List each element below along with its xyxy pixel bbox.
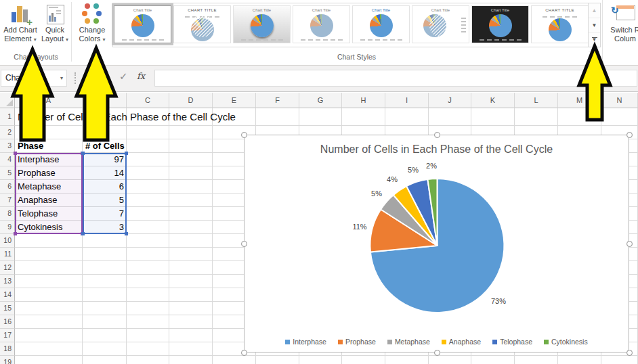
thumbnail-pie [370,14,393,37]
chart-selection-handle[interactable] [241,132,247,138]
legend-label: Telophase [500,338,532,346]
row-header-17[interactable]: 17 [0,329,15,342]
chart-selection-handle[interactable] [241,241,247,247]
thumbnail-title: Chart Title [234,7,290,13]
row-header-13[interactable]: 13 [0,275,15,288]
row-header-1[interactable]: 1 [0,108,15,126]
thumbnail-legend [353,36,409,41]
cell-B3: # of Cells [85,139,124,153]
column-header-N[interactable]: N [601,93,638,108]
select-all-corner[interactable] [0,93,15,108]
pie-chart-object[interactable]: Number of Cells in Each Phase of the Cel… [244,135,629,352]
insert-function-fx-icon[interactable]: fx [137,71,145,81]
row-header-14[interactable]: 14 [0,288,15,302]
chart-selection-handle[interactable] [434,350,440,356]
row-header-9[interactable]: 9 [0,221,15,234]
chart-selection-handle[interactable] [434,132,440,138]
column-header-E[interactable]: E [213,93,256,108]
switch-row-column-icon: ↻ [612,3,638,25]
legend-label: Interphase [293,338,326,346]
row-header-18[interactable]: 18 [0,342,15,356]
highlight-categories-range[interactable] [15,153,83,234]
add-chart-element-button[interactable]: + Add Chart Element ▾ [1,1,39,49]
chart-legend: InterphaseProphaseMetaphaseAnaphaseTelop… [244,338,629,346]
column-header-I[interactable]: I [385,93,429,108]
formula-input[interactable] [154,70,637,87]
range-fill-handle[interactable] [125,152,128,155]
thumbnail-legend [293,36,349,41]
chart-styles-more-button[interactable]: ▼ [589,37,600,52]
column-header-G[interactable]: G [299,93,342,108]
thumbnail-pie [489,14,512,37]
column-header-C[interactable]: C [127,93,169,108]
chart-style-thumbnail-8[interactable]: CHART TITLE [531,5,589,43]
change-colors-button[interactable]: Change Colors ▾ [73,1,111,49]
thumbnail-pie [310,14,333,37]
row-header-19[interactable]: 19 [0,356,15,364]
column-header-M[interactable]: M [558,93,601,108]
chart-selection-handle[interactable] [626,132,633,138]
column-header-L[interactable]: L [515,93,558,108]
row-header-2[interactable]: 2 [0,126,15,139]
chart-style-thumbnail-2[interactable]: CHART TITLE [173,5,231,43]
chart-style-thumbnail-6[interactable]: Chart Title [412,5,469,43]
name-box-dropdown-icon[interactable]: ▾ [60,70,63,86]
thumbnail-legend [114,36,171,41]
name-box[interactable]: Cha ▾ [1,70,67,87]
cell-A1: Number of Cells in Each Phase of the Cel… [18,108,236,126]
column-header-B[interactable]: B [83,93,127,108]
column-header-K[interactable]: K [471,93,515,108]
thumbnail-title: Chart Title [353,7,409,13]
legend-item-metaphase[interactable]: Metaphase [387,338,430,346]
data-label-metaphase: 5% [371,189,382,198]
thumbnail-title: Chart Title [114,7,171,13]
row-header-5[interactable]: 5 [0,166,15,180]
row-header-11[interactable]: 11 [0,248,15,261]
row-header-7[interactable]: 7 [0,194,15,207]
row-header-10[interactable]: 10 [0,234,15,248]
thumbnail-legend [472,36,528,41]
range-fill-handle[interactable] [14,232,17,235]
row-header-8[interactable]: 8 [0,207,15,221]
switch-row-column-label: Switch R [610,26,638,34]
gallery-scroll-down-button[interactable]: ▼ [589,18,600,33]
chart-style-thumbnail-5[interactable]: Chart Title [352,5,410,43]
row-header-3[interactable]: 3 [0,139,15,153]
chart-style-thumbnail-1[interactable]: Chart Title [114,5,171,43]
legend-item-anaphase[interactable]: Anaphase [442,338,481,346]
quick-layout-icon [45,3,65,25]
legend-swatch [387,340,392,344]
thumbnail-legend [532,13,588,18]
row-header-6[interactable]: 6 [0,180,15,194]
row-header-12[interactable]: 12 [0,261,15,275]
legend-item-interphase[interactable]: Interphase [285,338,326,346]
legend-item-cytokinesis[interactable]: Cytokinesis [544,338,588,346]
range-fill-handle[interactable] [125,232,128,235]
column-header-A[interactable]: A [15,93,83,108]
column-header-F[interactable]: F [256,93,299,108]
legend-label: Metaphase [395,338,430,346]
chart-style-thumbnail-7[interactable]: Chart Title [471,5,529,43]
chart-style-thumbnail-3[interactable]: Chart Title [233,5,291,43]
range-fill-handle[interactable] [81,232,85,235]
row-header-16[interactable]: 16 [0,315,15,329]
enter-check-icon[interactable]: ✓ [119,70,128,83]
gallery-scroll-up-button[interactable]: ▲ [589,3,600,18]
row-header-15[interactable]: 15 [0,302,15,315]
quick-layout-button[interactable]: Quick Layout ▾ [39,1,70,49]
legend-item-telophase[interactable]: Telophase [492,338,532,346]
chart-selection-handle[interactable] [241,350,247,356]
chart-style-thumbnail-4[interactable]: Chart Title [293,5,350,43]
row-header-4[interactable]: 4 [0,153,15,166]
highlight-values-range[interactable] [83,153,127,234]
range-fill-handle[interactable] [14,152,17,155]
chart-selection-handle[interactable] [626,241,633,247]
range-fill-handle[interactable] [81,152,85,155]
chart-selection-handle[interactable] [626,350,633,356]
switch-row-column-button[interactable]: ↻ Switch R Colum [605,1,638,49]
column-header-D[interactable]: D [169,93,213,108]
legend-item-prophase[interactable]: Prophase [338,338,376,346]
column-header-J[interactable]: J [429,93,471,108]
column-header-H[interactable]: H [342,93,385,108]
data-label-interphase: 73% [491,297,506,305]
